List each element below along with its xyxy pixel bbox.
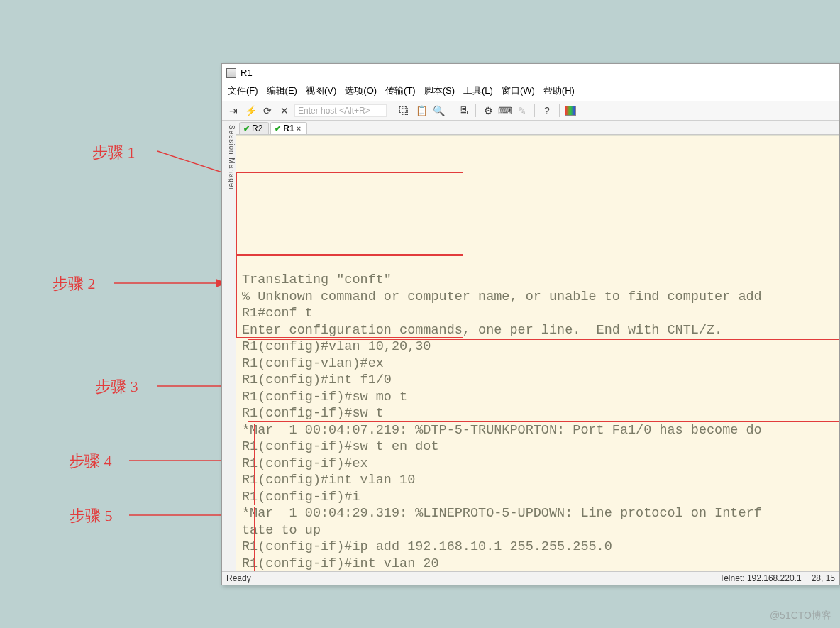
reconnect-icon[interactable]: ⟳ [260,104,275,118]
tab-label: R2 [252,123,262,133]
help-icon[interactable]: ? [540,104,554,118]
toolbar-separator [392,104,392,117]
terminal-line: Translating "conft" [242,272,836,289]
menu-view[interactable]: 视图(V) [306,84,336,97]
menu-transfer[interactable]: 传输(T) [385,84,416,97]
quick-connect-icon[interactable]: ⚡ [243,104,258,118]
terminal-line: Enter configuration commands, one per li… [242,322,836,339]
terminal-line: % Unknown command or computer name, or u… [242,289,836,306]
menu-window[interactable]: 窗口(W) [502,84,535,97]
tab-r2[interactable]: ✔ R2 [239,122,269,134]
app-window: R1 文件(F) 编辑(E) 视图(V) 选项(O) 传输(T) 脚本(S) 工… [221,63,840,585]
step-2-arrow [112,278,233,288]
terminal-line: R1(config-vlan)#ex [242,356,836,373]
status-text: Ready [226,573,251,583]
terminal-line: R1(config)#vlan 10,20,30 [242,338,836,356]
status-bar: Ready Telnet: 192.168.220.1 28, 15 [222,571,839,585]
toolbar-separator [475,104,476,117]
toolbar-separator [451,104,451,117]
menu-file[interactable]: 文件(F) [228,84,258,97]
step-4-label: 步骤 4 [69,451,112,472]
chart-icon[interactable] [565,106,576,116]
terminal-line: *Mar 1 00:04:29.319: %LINEPROTO-5-UPDOWN… [242,505,836,522]
terminal-line: R1#conf t [242,305,836,322]
close-tab-icon[interactable]: × [297,124,301,133]
toolbar: ⇥ ⚡ ⟳ ✕ Enter host <Alt+R> ⿻ 📋 🔍 🖶 ⚙ ⌨ ✎… [222,101,839,121]
menu-edit[interactable]: 编辑(E) [267,84,297,97]
step-5-label: 步骤 5 [70,505,113,527]
connected-icon: ✔ [275,124,281,133]
menu-help[interactable]: 帮助(H) [543,84,575,97]
terminal-line: R1(config-if)#sw t en dot [242,439,836,456]
find-icon[interactable]: 🔍 [431,104,446,118]
print-icon[interactable]: 🖶 [456,104,470,118]
terminal-line: R1(config-if)#ex [242,456,836,473]
step-3-label: 步骤 3 [95,376,138,397]
title-bar[interactable]: R1 [222,64,839,82]
toolbar-separator [559,104,560,117]
toolbar-separator [534,104,535,117]
status-cursor-pos: 28, 15 [812,573,835,583]
app-icon [226,68,236,78]
terminal-line: R1(config-if)#int vlan 20 [242,556,836,572]
connected-icon: ✔ [243,124,250,133]
host-input[interactable]: Enter host <Alt+R> [294,104,387,117]
disconnect-icon[interactable]: ✕ [277,104,292,118]
terminal-line: R1(config-if)#sw t [242,405,836,422]
highlight-box-1 [236,172,463,255]
copy-icon[interactable]: ⿻ [397,104,411,118]
terminal-line: R1(config-if)#ip add 192.168.10.1 255.25… [242,539,836,556]
menu-tools[interactable]: 工具(L) [463,84,493,97]
keyboard-icon[interactable]: ⌨ [498,104,512,118]
terminal-line: tate to up [242,522,836,539]
session-manager-panel[interactable]: Session Manager [222,121,236,571]
terminal-line: R1(config)#int vlan 10 [242,472,836,489]
step-1-label: 步骤 1 [92,142,136,163]
highlight-icon[interactable]: ✎ [515,104,529,118]
tab-label: R1 [283,123,294,133]
watermark: @51CTO博客 [770,610,831,622]
paste-icon[interactable]: 📋 [414,104,429,118]
tab-r1[interactable]: ✔ R1 × [270,122,307,134]
terminal-line: R1(config-if)#sw mo t [242,389,836,406]
terminal-line: *Mar 1 00:04:07.219: %DTP-5-TRUNKPORTON:… [242,422,836,439]
terminal-line: R1(config-if)#i [242,489,836,506]
menu-options[interactable]: 选项(O) [345,84,377,97]
menu-bar: 文件(F) 编辑(E) 视图(V) 选项(O) 传输(T) 脚本(S) 工具(L… [222,82,839,101]
step-2-label: 步骤 2 [52,273,96,294]
menu-script[interactable]: 脚本(S) [424,84,455,97]
settings-icon[interactable]: ⚙ [481,104,495,118]
connect-icon[interactable]: ⇥ [226,104,241,118]
terminal-line: R1(config)#int f1/0 [242,372,836,389]
tab-bar: ✔ R2 ✔ R1 × [236,121,839,135]
window-title: R1 [241,67,253,78]
status-telnet: Telnet: 192.168.220.1 [719,573,801,583]
terminal[interactable]: Translating "conft"% Unknown command or … [236,135,839,571]
